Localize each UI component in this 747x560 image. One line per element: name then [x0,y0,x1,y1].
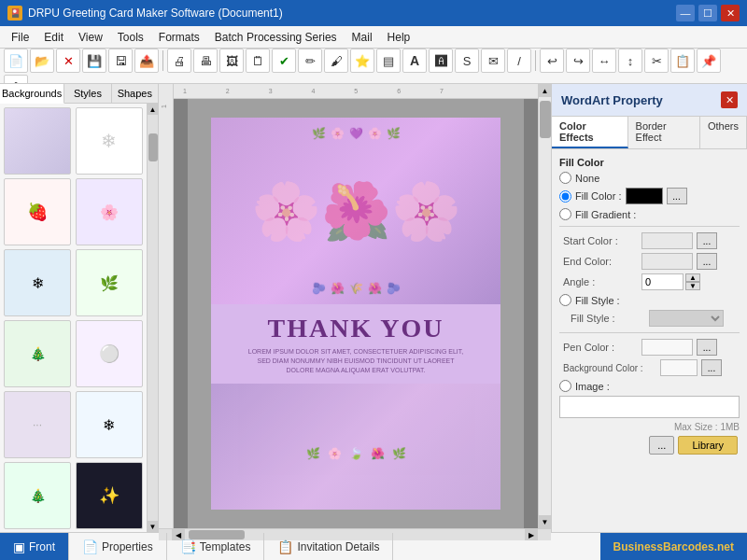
bg-thumb-11[interactable]: 🎄 [4,462,71,529]
tb-arrow2[interactable]: ↪ [566,49,590,73]
bg-thumb-3[interactable]: 🍓 [4,178,71,245]
menu-formats[interactable]: Formats [151,29,207,46]
tab-styles[interactable]: Styles [64,84,111,103]
tb-paste[interactable]: 📌 [697,49,721,73]
tb-cut[interactable]: ✂ [644,49,669,73]
maximize-button[interactable]: ☐ [698,5,717,21]
bg-thumb-12[interactable]: ✨ [76,462,143,529]
tb-arc[interactable]: S [455,49,479,73]
angle-input[interactable] [641,273,684,290]
tb-open[interactable]: 📂 [30,49,54,73]
close-button[interactable]: ✕ [721,5,740,21]
tb-image2[interactable]: 🗒 [246,49,270,73]
titlebar-controls[interactable]: — ☐ ✕ [676,5,740,21]
image-path-input[interactable] [559,396,740,418]
card-body-text: LOREM IPSUM DOLOR SIT AMET, CONSECTETUER… [220,347,491,374]
tb-close[interactable]: ✕ [56,49,80,73]
menu-batch[interactable]: Batch Processing Series [207,29,345,46]
tb-delete[interactable]: 🗑 [4,75,28,84]
angle-up-button[interactable]: ▲ [685,273,700,282]
status-invitation-button[interactable]: 📋 Invitation Details [264,533,393,560]
tb-copy[interactable]: 📋 [670,49,695,73]
tab-border-effect[interactable]: Border Effect [628,117,700,148]
fill-style-select-row: Fill Style : [559,310,740,327]
status-front-button[interactable]: ▣ Front [0,533,69,560]
tb-image[interactable]: 🖼 [219,49,244,73]
library-button[interactable]: Library [678,436,738,455]
status-properties-button[interactable]: 📄 Properties [69,533,167,560]
fill-gradient-radio[interactable] [559,208,571,220]
fill-color-picker-button[interactable]: ... [667,188,687,204]
wordart-header: WordArt Property ✕ [552,84,747,117]
tab-shapes[interactable]: Shapes [112,84,158,103]
angle-down-button[interactable]: ▼ [685,282,700,290]
tb-barcode[interactable]: ▤ [376,49,401,73]
tb-new[interactable]: 📄 [4,49,28,73]
tb-mail[interactable]: ✉ [481,49,505,73]
menu-help[interactable]: Help [380,29,418,46]
bg-color-btn[interactable]: ... [701,359,722,376]
none-radio-row: None [559,172,740,184]
canvas-vscroll-thumb[interactable] [540,101,551,138]
end-color-input[interactable] [641,253,693,270]
tab-backgrounds[interactable]: Backgrounds [0,84,64,104]
pen-color-btn[interactable]: ... [697,339,717,356]
bg-thumb-2[interactable]: ❄ [76,107,143,175]
canvas-vscrollbar[interactable]: ▲ ▼ [538,84,551,528]
start-color-btn[interactable]: ... [697,232,717,249]
tb-save2[interactable]: 🖫 [108,49,133,73]
none-radio[interactable] [559,172,571,184]
tb-star[interactable]: ⭐ [350,49,374,73]
tb-check[interactable]: ✔ [272,49,296,73]
minimize-button[interactable]: — [676,5,695,21]
left-scrollbar[interactable]: ▲ ▼ [147,104,158,532]
pen-color-row: Pen Color : ... [559,339,740,356]
menu-edit[interactable]: Edit [36,29,71,46]
bg-thumb-1[interactable] [4,107,71,175]
end-color-btn[interactable]: ... [697,253,717,270]
tb-save[interactable]: 💾 [82,49,106,73]
bg-color-input[interactable] [660,359,698,376]
wordart-close-button[interactable]: ✕ [721,91,738,108]
menu-mail[interactable]: Mail [345,29,380,46]
card-main-title: THANK YOU [220,314,491,343]
bg-thumb-4[interactable]: 🌸 [76,178,143,245]
menu-file[interactable]: File [4,29,36,46]
tab-color-effects[interactable]: Color Effects [552,117,628,148]
tb-text[interactable]: A [402,49,427,73]
tab-others[interactable]: Others [700,117,747,148]
bg-thumb-8[interactable]: ⚪ [76,320,143,387]
tb-brush[interactable]: 🖌 [324,49,348,73]
menu-tools[interactable]: Tools [110,29,151,46]
bg-thumb-10[interactable]: ❄ [76,391,143,458]
fill-color-swatch[interactable] [626,188,663,204]
fill-style-select[interactable] [649,310,724,327]
tb-save3[interactable]: 📤 [134,49,159,73]
menu-view[interactable]: View [71,29,110,46]
tb-print2[interactable]: 🖶 [193,49,218,73]
start-color-label: Start Color : [563,235,638,246]
start-color-input[interactable] [641,232,693,249]
wordart-tabs: Color Effects Border Effect Others [552,117,747,149]
image-browse-button[interactable]: ... [649,436,674,455]
bg-thumb-5[interactable]: ❄ [4,249,71,316]
image-radio[interactable] [559,380,571,392]
scroll-thumb[interactable] [148,133,158,161]
pen-color-input[interactable] [641,339,693,356]
fill-color-radio[interactable] [559,190,571,203]
bg-thumb-7[interactable]: 🎄 [4,320,71,387]
tb-flip1[interactable]: ↔ [592,49,616,73]
tb-print[interactable]: 🖨 [167,49,191,73]
status-templates-button[interactable]: 📑 Templates [167,533,265,560]
fill-style-radio[interactable] [559,294,571,306]
brand-text: BusinessBarcodes [613,540,714,553]
fill-color-section-label: Fill Color [559,157,740,168]
tb-flip2[interactable]: ↕ [618,49,642,73]
greeting-card[interactable]: 🌸🌺🌸 🌿🌸💜🌸🌿 🫐🌺🌾🌺🫐 THANK [211,118,500,510]
tb-arrow1[interactable]: ↩ [540,49,564,73]
tb-pencil[interactable]: ✏ [298,49,322,73]
bg-thumb-6[interactable]: 🌿 [76,249,143,316]
bg-thumb-9[interactable]: ··· [4,391,71,458]
tb-line[interactable]: / [507,49,531,73]
tb-text2[interactable]: 🅰 [429,49,453,73]
